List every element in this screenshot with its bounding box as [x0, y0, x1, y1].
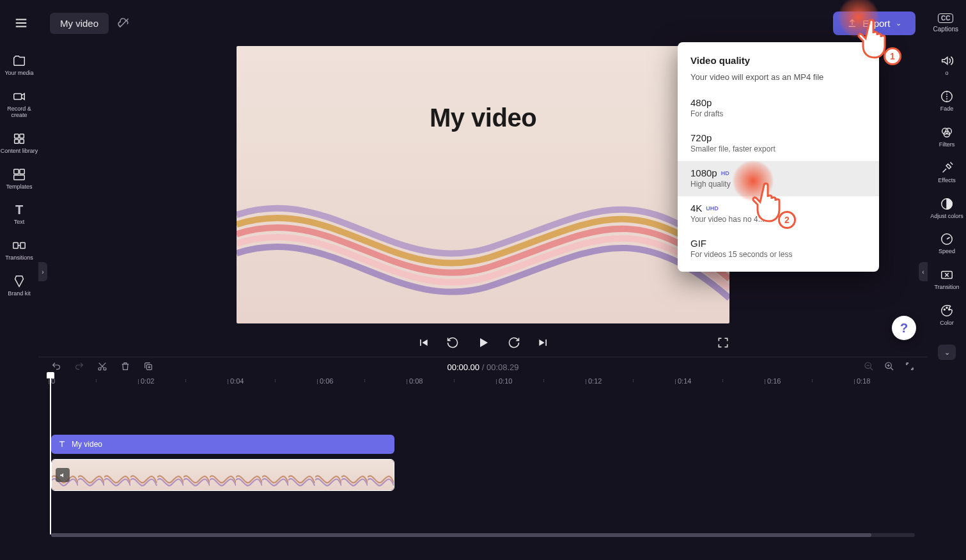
sidebar-item-templates[interactable]: Templates — [6, 167, 32, 191]
redo-button[interactable] — [74, 361, 84, 373]
skip-start-button[interactable] — [417, 336, 430, 349]
cloud-sync-icon — [118, 17, 130, 29]
clip-thumbnail — [78, 460, 104, 490]
ruler-tick: 0:12 — [588, 377, 602, 385]
rsidebar-item-filters[interactable]: Filters — [939, 125, 955, 148]
captions-button[interactable]: CC Captions — [933, 13, 958, 33]
sidebar-item-brand-kit[interactable]: Brand kit — [8, 274, 31, 297]
timeline-zoom-tools — [864, 361, 915, 373]
rsidebar-item-fade[interactable]: Fade — [940, 89, 954, 113]
sidebar-item-your-media[interactable]: Your media — [4, 54, 33, 77]
top-header: My video Export ⌄ CC Captions — [0, 0, 966, 46]
svg-rect-2 — [15, 134, 19, 137]
svg-rect-6 — [14, 169, 19, 173]
clip-thumbnail — [183, 460, 210, 490]
cut-button[interactable] — [97, 361, 107, 373]
export-panel-heading: Video quality — [678, 55, 879, 72]
timeline-scrollbar[interactable] — [51, 533, 915, 537]
clip-thumbnail — [341, 460, 368, 490]
video-track-clip[interactable] — [51, 459, 394, 491]
export-panel-subtitle: Your video will export as an MP4 file — [678, 72, 879, 91]
svg-rect-1 — [14, 93, 22, 99]
rsidebar-item-audio[interactable]: o — [940, 54, 954, 77]
help-button[interactable]: ? — [892, 316, 916, 340]
export-label: Export — [862, 18, 890, 29]
playhead[interactable] — [50, 376, 51, 534]
clip-thumbnail — [288, 460, 315, 490]
clip-thumbnail — [130, 460, 157, 490]
svg-rect-9 — [13, 243, 18, 249]
sidebar-item-transitions[interactable]: Transitions — [5, 238, 33, 261]
fullscreen-button[interactable] — [717, 336, 729, 349]
svg-rect-10 — [20, 243, 25, 249]
preview-title-text: My video — [237, 104, 729, 132]
ruler-tick: 0:04 — [230, 377, 244, 385]
rsidebar-item-effects[interactable]: Effects — [938, 161, 955, 184]
quality-option-720p[interactable]: 720p Smaller file, faster export — [678, 126, 879, 161]
svg-point-19 — [946, 307, 947, 309]
zoom-in-button[interactable] — [884, 361, 894, 373]
playback-controls — [237, 335, 729, 350]
sidebar-item-content-library[interactable]: Content library — [1, 132, 38, 155]
clip-thumbnail — [368, 460, 394, 490]
timeline-ruler[interactable]: 00:020:040:060:080:100:120:140:160:18 — [38, 377, 928, 394]
right-sidebar-expand-toggle[interactable]: ⌄ — [938, 345, 956, 360]
timeline-edit-tools — [51, 361, 153, 373]
play-button[interactable] — [476, 335, 491, 350]
rsidebar-item-speed[interactable]: Speed — [939, 232, 955, 255]
clip-thumbnail — [236, 460, 262, 490]
svg-rect-3 — [20, 134, 24, 137]
ruler-tick: 0:18 — [857, 377, 870, 385]
header-right: Export ⌄ CC Captions — [833, 12, 958, 35]
text-icon: T — [12, 203, 26, 217]
svg-point-21 — [98, 368, 101, 370]
clip-thumbnail — [104, 460, 130, 490]
timeline-scrollbar-thumb[interactable] — [51, 533, 871, 537]
svg-rect-7 — [20, 169, 24, 173]
cc-icon: CC — [938, 13, 953, 23]
quality-option-1080p[interactable]: 1080pHD High quality — [678, 161, 879, 196]
project-title[interactable]: My video — [50, 13, 109, 34]
delete-button[interactable] — [120, 361, 130, 373]
quality-option-4k[interactable]: 4KUHD Your video has no 4... — [678, 196, 879, 231]
clip-thumbnail — [157, 460, 183, 490]
ruler-tick: 0:14 — [678, 377, 691, 385]
timeline-toolbar: 00:00.00 / 00:08.29 — [38, 357, 928, 377]
clip-thumbnail — [262, 460, 288, 490]
ruler-tick: 0:02 — [141, 377, 154, 385]
right-sidebar: o Fade Filters Effects Adjust colors Spe… — [928, 46, 966, 560]
clip-thumbnail — [210, 460, 236, 490]
duplicate-button[interactable] — [143, 361, 153, 373]
rsidebar-item-adjust-colors[interactable]: Adjust colors — [930, 197, 963, 220]
text-clip-label: My video — [72, 440, 102, 449]
quality-option-gif[interactable]: GIF For videos 15 seconds or less — [678, 231, 879, 267]
ruler-tick: 0:08 — [409, 377, 423, 385]
svg-rect-5 — [20, 139, 24, 143]
timecode-display: 00:00.00 / 00:08.29 — [447, 362, 518, 372]
forward-button[interactable] — [508, 336, 520, 349]
quality-option-480p[interactable]: 480p For drafts — [678, 91, 879, 126]
rsidebar-item-color[interactable]: Color — [940, 304, 954, 327]
svg-point-22 — [104, 368, 106, 370]
preview-canvas[interactable]: My video — [237, 46, 729, 323]
export-button[interactable]: Export ⌄ — [833, 12, 915, 35]
zoom-out-button[interactable] — [864, 361, 874, 373]
svg-rect-4 — [15, 139, 19, 143]
skip-end-button[interactable] — [537, 336, 550, 349]
text-track-clip[interactable]: My video — [51, 435, 394, 454]
fit-timeline-button[interactable] — [905, 361, 915, 373]
sidebar-item-record-create[interactable]: Record & create — [0, 89, 38, 119]
clip-audio-icon — [56, 468, 70, 482]
svg-point-20 — [949, 309, 950, 310]
svg-point-18 — [944, 309, 945, 310]
rsidebar-item-transition[interactable]: Transition — [934, 268, 959, 291]
export-quality-panel: Video quality Your video will export as … — [678, 42, 879, 272]
rewind-button[interactable] — [446, 336, 459, 349]
captions-label: Captions — [933, 26, 958, 33]
hamburger-menu[interactable] — [8, 10, 35, 36]
left-sidebar: Your media Record & create Content libra… — [0, 46, 38, 560]
svg-line-0 — [120, 19, 128, 27]
ruler-tick: 0:10 — [499, 377, 512, 385]
sidebar-item-text[interactable]: T Text — [12, 203, 26, 226]
chevron-down-icon: ⌄ — [896, 19, 901, 27]
